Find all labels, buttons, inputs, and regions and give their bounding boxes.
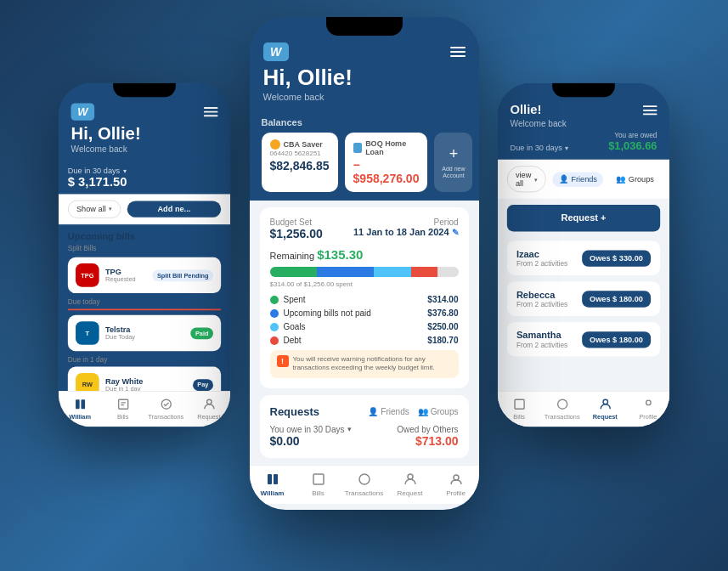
- svg-point-9: [408, 474, 413, 479]
- split-bills-label: Split Bills: [68, 245, 221, 252]
- budget-row-debt: Debt $180.70: [270, 336, 459, 345]
- period-label: Period: [353, 218, 459, 227]
- svg-rect-1: [81, 399, 85, 409]
- upcoming-bills-title: Upcoming bills: [68, 230, 221, 241]
- hamburger-icon-center[interactable]: [450, 47, 466, 57]
- owes-badge-izaac[interactable]: Owes $ 330.00: [582, 250, 651, 266]
- dot-upcoming: [270, 309, 279, 318]
- groups-tab-center[interactable]: 👥 Groups: [418, 407, 459, 416]
- nav-request-right[interactable]: Request: [584, 397, 627, 421]
- debt-segment: [411, 267, 437, 277]
- nav-bills-left[interactable]: Bills: [101, 397, 144, 421]
- nav-william-center[interactable]: William: [250, 471, 296, 497]
- svg-rect-0: [76, 399, 80, 409]
- telstra-logo: T: [76, 321, 99, 345]
- due-1day-label: Due in 1 day: [68, 356, 221, 364]
- owes-badge-rebecca[interactable]: Owes $ 180.00: [582, 291, 651, 307]
- boq-homeloan-card[interactable]: BOQ Home Loan −$958,276.00: [345, 133, 428, 192]
- welcome-right: Welcome back: [511, 119, 657, 128]
- boq-amount: −$958,276.00: [353, 158, 420, 185]
- groups-tab-right[interactable]: 👥 Groups: [610, 172, 661, 186]
- owes-badge-samantha[interactable]: Owes $ 180.00: [582, 331, 651, 348]
- show-all-dropdown-left[interactable]: Show all ▾: [68, 201, 121, 218]
- friend-row-samantha: Samantha From 2 activities Owes $ 180.00: [507, 322, 660, 356]
- nav-bills-center[interactable]: Bills: [296, 471, 341, 497]
- requests-section: Requests 👤 Friends 👥 Groups: [260, 395, 469, 458]
- you-owe-item: You owe in 30 Days ▾ $0.00: [270, 425, 352, 448]
- friends-tab-right[interactable]: 👤 Friends: [552, 172, 603, 186]
- greeting-partial-right: Ollie!: [511, 104, 542, 118]
- goals-value: $250.00: [427, 322, 458, 331]
- budget-row-goals: Goals $250.00: [270, 322, 459, 331]
- debt-value: $180.70: [427, 336, 458, 345]
- period-dates: 11 Jan to 18 Jan 2024 ✎: [353, 227, 459, 237]
- nav-transactions-center[interactable]: Transactions: [341, 471, 387, 497]
- budget-items: Spent $314.00 Upcoming bills not paid $3…: [270, 295, 459, 345]
- cba-number: 064420 5628251: [270, 150, 330, 157]
- owed-by-item: Owed by Others $713.00: [397, 425, 458, 448]
- bottom-nav-right: Bills Transactions Request: [498, 391, 669, 427]
- friends-tab-center[interactable]: 👤 Friends: [368, 407, 409, 416]
- budget-row-upcoming: Upcoming bills not paid $376.80: [270, 308, 459, 318]
- svg-point-5: [206, 399, 212, 404]
- cba-saver-card[interactable]: CBA Saver 064420 5628251 $82,846.85: [262, 133, 338, 192]
- warning-banner: ! You will receive warning notifications…: [270, 350, 459, 378]
- bill-item-raywhite: RW Ray White Due in 1 day Pay: [68, 367, 221, 392]
- welcome-center: Welcome back: [263, 92, 466, 102]
- greeting-left: Hi, Ollie!: [71, 123, 218, 144]
- nav-request-left[interactable]: Request: [188, 397, 231, 421]
- tpg-logo: TPG: [76, 263, 99, 287]
- budget-section: Budget Set $1,256.00 Period 11 Jan to 18…: [260, 207, 469, 388]
- remaining-label: Remaining $135.30: [270, 247, 459, 262]
- nav-william-left[interactable]: William: [59, 397, 102, 421]
- show-all-dropdown-right[interactable]: view all ▾: [507, 166, 546, 192]
- phone-center: W Hi, Ollie! Welcome back Balances CBA S…: [250, 17, 479, 510]
- house-icon: [353, 143, 363, 153]
- owed-amount-right: $1,036.66: [608, 139, 657, 152]
- welcome-left: Welcome back: [71, 144, 218, 154]
- bottom-nav-center: William Bills Transactions: [250, 465, 479, 504]
- owed-label-right: You are owed: [608, 132, 657, 139]
- goals-segment: [374, 267, 411, 277]
- balances-title: Balances: [262, 117, 467, 127]
- phone-right: Ollie! Welcome back Due in 30 days▾ You …: [498, 83, 669, 427]
- cba-amount: $82,846.85: [270, 159, 330, 172]
- due-today-label: Due today: [68, 298, 221, 306]
- friend-row-izaac: Izaac From 2 activities Owes $ 330.00: [507, 240, 660, 274]
- svg-rect-6: [268, 474, 272, 484]
- balance-left: $ 3,171.50: [68, 175, 127, 189]
- budget-row-spent: Spent $314.00: [270, 295, 459, 304]
- warning-icon: !: [277, 355, 289, 367]
- add-new-btn-left[interactable]: Add ne...: [127, 201, 222, 218]
- add-account-card[interactable]: + Add new Account: [434, 133, 472, 192]
- notch-right: [552, 83, 615, 98]
- nav-transactions-left[interactable]: Transactions: [144, 397, 188, 421]
- nav-bills-right[interactable]: Bills: [498, 397, 541, 421]
- coin-icon: [270, 139, 280, 150]
- svg-point-8: [359, 474, 370, 484]
- upcoming-value: $376.80: [427, 308, 458, 318]
- phone-left: W Hi, Ollie! Welcome back Due in 30 days…: [59, 83, 230, 427]
- requests-title: Requests: [270, 405, 320, 418]
- logo-center: W: [263, 42, 289, 61]
- pay-badge-raywhite[interactable]: Pay: [193, 379, 213, 391]
- nav-profile-center[interactable]: Profile: [433, 471, 479, 497]
- request-btn-right[interactable]: Request +: [507, 205, 660, 231]
- paid-badge[interactable]: Paid: [190, 327, 213, 339]
- warning-text: You will receive warning notifications f…: [293, 355, 452, 373]
- svg-point-11: [557, 399, 567, 409]
- hamburger-icon-left[interactable]: [204, 107, 218, 116]
- nav-profile-right[interactable]: Profile: [627, 397, 670, 421]
- nav-request-center[interactable]: Request: [387, 471, 433, 497]
- greeting-center: Hi, Ollie!: [263, 65, 466, 91]
- spent-segment: [270, 267, 318, 277]
- split-bill-badge[interactable]: Split Bill Pending: [152, 269, 213, 281]
- nav-transactions-right[interactable]: Transactions: [540, 397, 584, 421]
- due-label-left: Due in 30 days ▾: [68, 167, 127, 175]
- spent-value: $314.00: [427, 295, 458, 304]
- hamburger-icon-right[interactable]: [643, 105, 657, 115]
- cba-saver-name: CBA Saver: [284, 140, 323, 149]
- notch-left: [113, 83, 176, 98]
- progress-sub: $314.00 of $1,256.00 spent: [270, 280, 459, 288]
- you-owe-amount: $0.00: [270, 434, 352, 448]
